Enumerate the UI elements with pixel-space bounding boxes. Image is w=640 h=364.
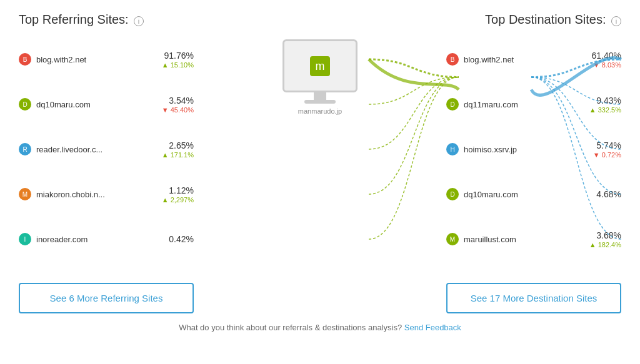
feedback-section: What do you think about our referrals & … [19, 313, 621, 332]
right-sites-list: B blog.with2.net 61.40% ▼ 8.03% D dq11ma… [446, 39, 621, 270]
center-monitor: m manmarudo.jp [279, 39, 361, 115]
site-favicon-icon: M [446, 233, 459, 245]
site-name: hoimiso.xsrv.jp [464, 145, 571, 154]
right-site-row: D dq10maru.com 4.68% [446, 180, 621, 208]
stat-percent: 91.76% [164, 51, 194, 61]
main-layout: B blog.with2.net 91.76% ▲ 15.10% D dq10m… [19, 39, 621, 277]
site-favicon: m [310, 56, 330, 76]
monitor-screen: m [282, 39, 358, 92]
see-more-referring-button[interactable]: See 6 More Referring Sites [19, 283, 194, 313]
stat-percent: 0.42% [169, 234, 194, 244]
right-section-header: Top Destination Sites: i [485, 12, 621, 27]
site-stats: 2.65% ▲ 171.1% [144, 140, 194, 159]
site-favicon-icon: D [446, 188, 459, 200]
see-more-destination-button[interactable]: See 17 More Destination Sites [446, 283, 621, 313]
site-favicon-icon: H [446, 143, 459, 155]
monitor-base [304, 100, 336, 104]
stat-percent: 4.68% [596, 189, 621, 199]
main-container: Top Referring Sites: i Top Destination S… [0, 0, 640, 364]
site-name: miakoron.chobi.n... [36, 190, 144, 199]
left-sites-list: B blog.with2.net 91.76% ▲ 15.10% D dq10m… [19, 39, 194, 270]
stat-percent: 3.68% [596, 230, 621, 240]
stat-percent: 5.74% [596, 140, 621, 150]
stat-percent: 9.43% [596, 96, 621, 106]
section-headers: Top Referring Sites: i Top Destination S… [19, 12, 621, 27]
feedback-text: What do you think about our referrals & … [179, 323, 402, 332]
right-title: Top Destination Sites: [485, 12, 606, 26]
bottom-section: See 6 More Referring Sites See 17 More D… [19, 283, 621, 313]
site-stats: 9.43% ▲ 332.5% [571, 95, 621, 114]
site-stats: 4.68% [571, 189, 621, 200]
left-site-row: M miakoron.chobi.n... 1.12% ▲ 2,297% [19, 180, 194, 208]
right-site-row: B blog.with2.net 61.40% ▼ 8.03% [446, 46, 621, 73]
left-section-header: Top Referring Sites: i [19, 12, 144, 27]
left-title: Top Referring Sites: [19, 12, 129, 26]
monitor-label: manmarudo.jp [279, 107, 361, 115]
site-name: reader.livedoor.c... [36, 145, 144, 154]
site-name: blog.with2.net [464, 55, 571, 64]
right-info-icon[interactable]: i [611, 16, 621, 26]
stat-percent: 3.54% [169, 96, 194, 106]
site-stats: 0.42% [144, 234, 194, 245]
left-site-row: B blog.with2.net 91.76% ▲ 15.10% [19, 46, 194, 73]
right-site-row: D dq11maru.com 9.43% ▲ 332.5% [446, 91, 621, 118]
site-name: dq10maru.com [36, 100, 144, 109]
site-name: maruillust.com [464, 235, 571, 244]
center-section: m manmarudo.jp [194, 39, 446, 115]
send-feedback-link[interactable]: Send Feedback [404, 323, 461, 332]
svg-text:m: m [316, 60, 325, 72]
site-favicon-icon: B [19, 53, 31, 66]
site-favicon-icon: M [19, 188, 31, 200]
monitor-stand [314, 92, 326, 100]
site-name: blog.with2.net [36, 55, 144, 64]
left-site-row: I inoreader.com 0.42% [19, 225, 194, 253]
site-stats: 3.68% ▲ 182.4% [571, 230, 621, 248]
site-stats: 1.12% ▲ 2,297% [144, 185, 194, 204]
site-favicon-icon: R [19, 143, 31, 155]
left-info-icon[interactable]: i [134, 16, 144, 26]
site-stats: 5.74% ▼ 0.72% [571, 140, 621, 159]
right-site-row: H hoimiso.xsrv.jp 5.74% ▼ 0.72% [446, 135, 621, 163]
site-favicon-icon: D [446, 98, 459, 111]
site-name: dq11maru.com [464, 100, 571, 109]
site-favicon-icon: D [19, 98, 31, 111]
stat-percent: 1.12% [169, 185, 194, 195]
site-stats: 61.40% ▼ 8.03% [571, 50, 621, 69]
left-site-row: D dq10maru.com 3.54% ▼ 45.40% [19, 91, 194, 118]
left-site-row: R reader.livedoor.c... 2.65% ▲ 171.1% [19, 135, 194, 163]
site-name: dq10maru.com [464, 190, 571, 199]
stat-percent: 2.65% [169, 140, 194, 150]
right-site-row: M maruillust.com 3.68% ▲ 182.4% [446, 225, 621, 253]
stat-percent: 61.40% [592, 51, 621, 61]
site-favicon-icon: I [19, 233, 31, 245]
site-name: inoreader.com [36, 235, 144, 244]
site-favicon-icon: B [446, 53, 459, 66]
site-stats: 91.76% ▲ 15.10% [144, 50, 194, 69]
site-stats: 3.54% ▼ 45.40% [144, 95, 194, 114]
